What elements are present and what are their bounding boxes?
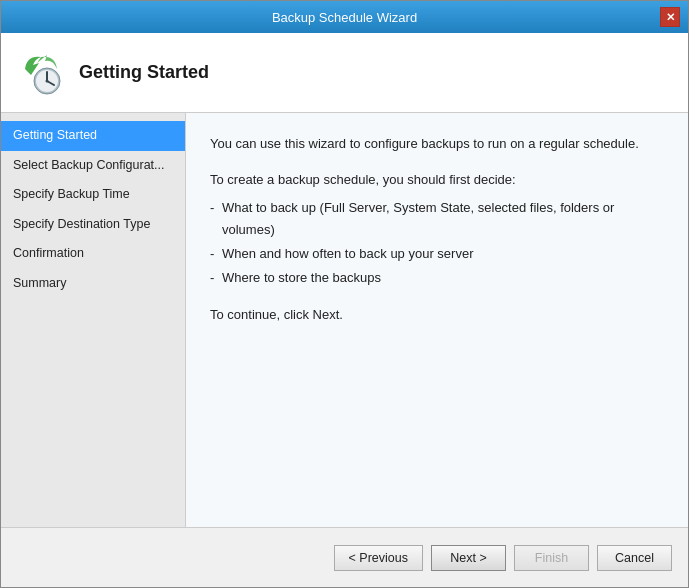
footer: < Previous Next > Finish Cancel: [1, 527, 688, 587]
bullet-list: What to back up (Full Server, System Sta…: [210, 197, 664, 289]
sidebar-item-select-backup[interactable]: Select Backup Configurat...: [1, 151, 185, 181]
sidebar-item-destination-type[interactable]: Specify Destination Type: [1, 210, 185, 240]
intro-text: You can use this wizard to configure bac…: [210, 133, 664, 155]
main-content: You can use this wizard to configure bac…: [186, 113, 688, 527]
close-button[interactable]: ✕: [660, 7, 680, 27]
decide-text: To create a backup schedule, you should …: [210, 169, 664, 191]
svg-point-4: [46, 79, 49, 82]
header-title: Getting Started: [79, 62, 209, 83]
header-icon: [17, 49, 65, 97]
bullet-item-1: When and how often to back up your serve…: [210, 243, 664, 265]
header-section: Getting Started: [1, 33, 688, 113]
content-area: Getting Started Select Backup Configurat…: [1, 113, 688, 527]
finish-button[interactable]: Finish: [514, 545, 589, 571]
next-button[interactable]: Next >: [431, 545, 506, 571]
sidebar-item-confirmation[interactable]: Confirmation: [1, 239, 185, 269]
sidebar: Getting Started Select Backup Configurat…: [1, 113, 186, 527]
sidebar-item-specify-time[interactable]: Specify Backup Time: [1, 180, 185, 210]
window-title: Backup Schedule Wizard: [29, 10, 660, 25]
wizard-window: Backup Schedule Wizard ✕ Getting Sta: [0, 0, 689, 588]
sidebar-item-summary[interactable]: Summary: [1, 269, 185, 299]
sidebar-item-getting-started[interactable]: Getting Started: [1, 121, 185, 151]
title-bar: Backup Schedule Wizard ✕: [1, 1, 688, 33]
continue-text: To continue, click Next.: [210, 304, 664, 326]
bullet-item-2: Where to store the backups: [210, 267, 664, 289]
backup-icon-svg: [17, 49, 65, 97]
title-controls: ✕: [660, 7, 680, 27]
bullet-item-0: What to back up (Full Server, System Sta…: [210, 197, 664, 241]
cancel-button[interactable]: Cancel: [597, 545, 672, 571]
previous-button[interactable]: < Previous: [334, 545, 423, 571]
